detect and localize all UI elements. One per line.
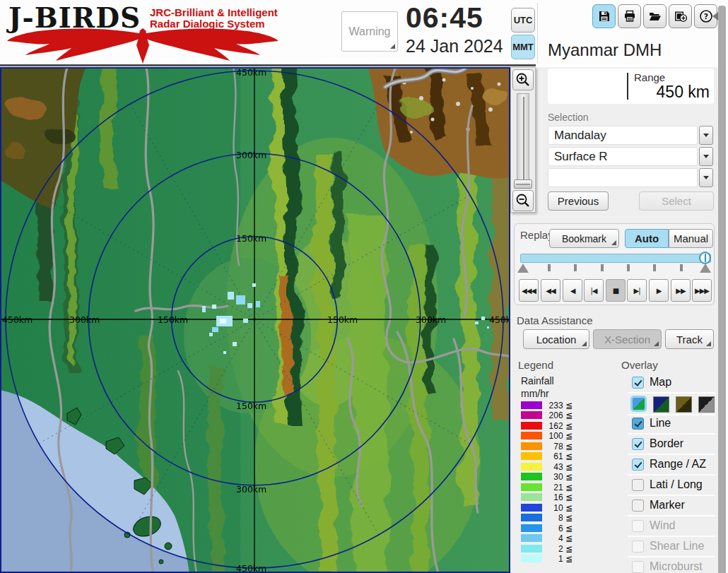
overlay-item-marker[interactable]: Marker (650, 499, 685, 512)
overlay-item-range-az[interactable]: Range / AZ (650, 458, 706, 471)
overlay-item-wind: Wind (650, 519, 675, 532)
previous-button[interactable]: Previous (548, 191, 609, 211)
overlay-item-map[interactable]: Map (650, 376, 671, 389)
divider (628, 536, 715, 537)
forward-button[interactable]: ▶▶ (671, 279, 691, 302)
zoom-slider-handle[interactable] (514, 179, 532, 189)
map-style-3[interactable] (676, 396, 692, 413)
overlay-checkbox-line[interactable] (632, 418, 644, 430)
divider (628, 515, 715, 516)
select-button[interactable]: Select (639, 191, 714, 211)
legend-label: Legend (518, 359, 553, 371)
panel-collapse-arrow-icon[interactable] (712, 12, 718, 20)
svg-text:?: ? (703, 12, 708, 21)
range-card: Range 450 km (548, 69, 714, 104)
range-value: 450 km (657, 83, 710, 102)
auto-button[interactable]: Auto (625, 229, 669, 248)
map-style-2[interactable] (653, 396, 669, 413)
selection-dropdown-extra[interactable] (548, 168, 698, 187)
warning-button[interactable]: Warning (341, 11, 398, 52)
map-style-4[interactable] (698, 396, 715, 413)
zoom-handle-line (516, 184, 530, 185)
selection-dropdown-product-arrow[interactable] (699, 147, 713, 166)
legend-swatch (521, 555, 542, 562)
selection-dropdown-site-arrow[interactable] (699, 126, 713, 145)
legend-swatch (521, 411, 542, 419)
utc-button[interactable]: UTC (511, 8, 535, 33)
stop-button[interactable]: ■ (606, 279, 626, 302)
zoom-out-button[interactable] (512, 190, 534, 211)
divider (628, 495, 715, 496)
overlay-checkbox-shear-line (632, 540, 644, 553)
clock-date: 24 Jan 2024 (406, 36, 503, 57)
play-reverse-button[interactable]: ◀ (563, 279, 582, 302)
svg-text:150km: 150km (236, 233, 266, 244)
mmt-button[interactable]: MMT (511, 35, 535, 59)
overlay-checkbox-map[interactable] (632, 377, 644, 389)
rewind-button[interactable]: ◀◀ (541, 279, 560, 302)
radar-map[interactable]: 450km 300km 150km 150km 300km 450km 450k… (0, 67, 510, 573)
legend-swatch (521, 493, 542, 501)
chevron-down-icon (703, 176, 709, 179)
replay-end-marker[interactable] (700, 264, 711, 273)
jbirds-application: J-BIRDS JRC-Brilliant & Intelligent Rada… (0, 0, 728, 573)
legend-value: 10 ≦ (543, 503, 573, 513)
rewind-fast-button[interactable]: ◀◀◀ (519, 279, 539, 302)
overlay-checkbox-range-az[interactable] (632, 459, 644, 471)
zoom-slider-track[interactable] (517, 93, 529, 187)
track-button[interactable]: Track (665, 329, 714, 349)
selection-dropdown-site[interactable]: Mandalay (548, 126, 698, 145)
map-style-1[interactable] (630, 396, 647, 412)
replay-slider-handle[interactable] (699, 252, 711, 264)
import-image-button[interactable] (669, 4, 692, 28)
legend-swatch (521, 504, 542, 512)
overlay-checkbox-lati-long[interactable] (632, 479, 644, 491)
save-button[interactable] (592, 4, 616, 28)
zoom-in-button[interactable] (512, 69, 534, 90)
step-back-button[interactable]: |◀ (584, 279, 604, 302)
overlay-checkbox-border[interactable] (632, 438, 644, 450)
print-icon (623, 10, 636, 23)
legend-swatch (521, 463, 542, 471)
legend-value: 30 ≦ (543, 472, 573, 482)
chevron-down-icon (703, 134, 709, 137)
svg-text:300km: 300km (416, 314, 446, 325)
print-button[interactable] (618, 4, 641, 28)
svg-text:450km: 450km (2, 314, 33, 325)
step-forward-button[interactable]: ▶| (627, 279, 647, 302)
replay-start-marker[interactable] (517, 264, 529, 273)
legend-value: 43 ≦ (543, 462, 573, 472)
divider (628, 454, 715, 455)
forward-fast-button[interactable]: ▶▶▶ (692, 279, 712, 302)
legend-value: 162 ≦ (543, 421, 573, 431)
legend-swatch (521, 401, 542, 409)
overlay-item-shear-line: Shear Line (650, 540, 704, 553)
open-folder-button[interactable] (643, 4, 667, 28)
chevron-down-icon (703, 155, 709, 158)
overlay-checkbox-marker[interactable] (632, 500, 644, 512)
panel-splitter-bar[interactable] (718, 6, 726, 573)
overlay-item-border[interactable]: Border (650, 437, 683, 450)
overlay-item-line[interactable]: Line (650, 417, 671, 430)
legend-swatch (521, 442, 542, 450)
selection-label: Selection (548, 112, 589, 123)
location-button[interactable]: Location (523, 329, 589, 349)
slider-tick (653, 264, 656, 271)
eagle-logo-icon (6, 27, 280, 64)
legend-value: 16 ≦ (543, 492, 573, 502)
manual-button[interactable]: Manual (669, 229, 713, 248)
bookmark-button[interactable]: Bookmark (549, 229, 619, 248)
legend-swatch (521, 514, 542, 521)
zoom-in-icon (515, 72, 531, 88)
legend-swatch (521, 483, 542, 491)
selection-dropdown-extra-arrow[interactable] (699, 168, 713, 187)
legend-value: 21 ≦ (543, 483, 573, 492)
replay-slider-track[interactable] (520, 254, 711, 263)
legend-value: 61 ≦ (543, 451, 573, 461)
selection-dropdown-product[interactable]: Surface R (548, 147, 698, 166)
play-button[interactable]: ▶ (649, 279, 669, 302)
zoom-out-icon (515, 193, 531, 208)
xsection-button[interactable]: X-Section (593, 329, 662, 349)
overlay-item-lati-long[interactable]: Lati / Long (650, 478, 703, 491)
divider (628, 433, 715, 435)
